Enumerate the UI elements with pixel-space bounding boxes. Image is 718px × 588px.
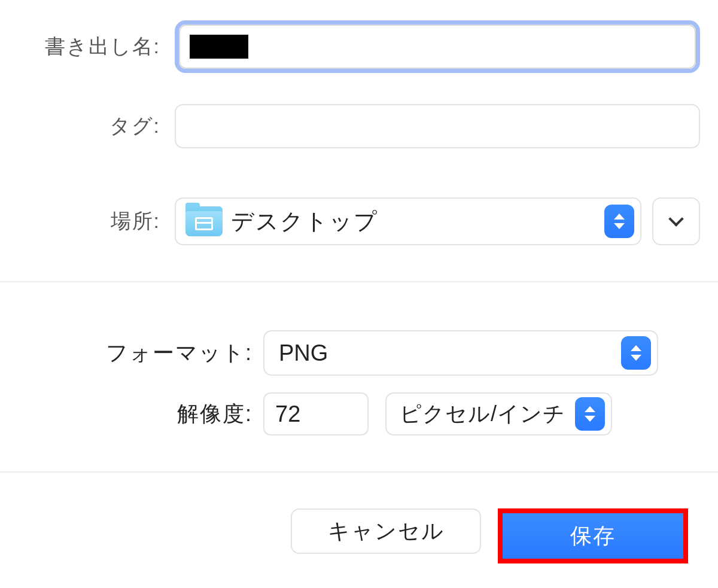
desktop-folder-icon [185, 206, 223, 236]
save-button[interactable]: 保存 [503, 513, 683, 559]
resolution-unit-select[interactable]: ピクセル/インチ [385, 392, 612, 435]
resolution-value: 72 [275, 401, 300, 427]
cancel-button[interactable]: キャンセル [291, 508, 481, 554]
resolution-label: 解像度: [18, 400, 263, 429]
expand-location-button[interactable] [652, 197, 700, 245]
redacted-filename [190, 35, 248, 59]
action-section: キャンセル 保存 [0, 473, 718, 563]
tags-input[interactable] [175, 104, 700, 148]
location-select[interactable]: デスクトップ [175, 197, 641, 245]
format-stepper-icon [621, 336, 651, 370]
format-section: フォーマット: PNG 解像度: 72 ピクセル/インチ [0, 281, 718, 473]
format-label: フォーマット: [18, 339, 263, 368]
export-dialog: 書き出し名: タグ: 場所: デスクトップ [0, 0, 718, 588]
location-label: 場所: [18, 208, 175, 235]
export-name-label: 書き出し名: [18, 33, 175, 60]
format-select[interactable]: PNG [263, 330, 658, 376]
chevron-down-icon [668, 211, 683, 226]
location-stepper-icon [604, 205, 634, 238]
export-name-input[interactable] [179, 25, 696, 69]
resolution-unit-value: ピクセル/インチ [400, 400, 565, 429]
save-button-highlight: 保存 [498, 508, 688, 563]
tags-label: タグ: [18, 112, 175, 140]
format-value: PNG [279, 340, 621, 366]
location-value: デスクトップ [231, 206, 596, 237]
file-section: 書き出し名: タグ: 場所: デスクトップ [0, 20, 718, 281]
resolution-input[interactable]: 72 [263, 392, 369, 435]
unit-stepper-icon [575, 397, 605, 431]
export-name-focus-ring [175, 20, 700, 73]
